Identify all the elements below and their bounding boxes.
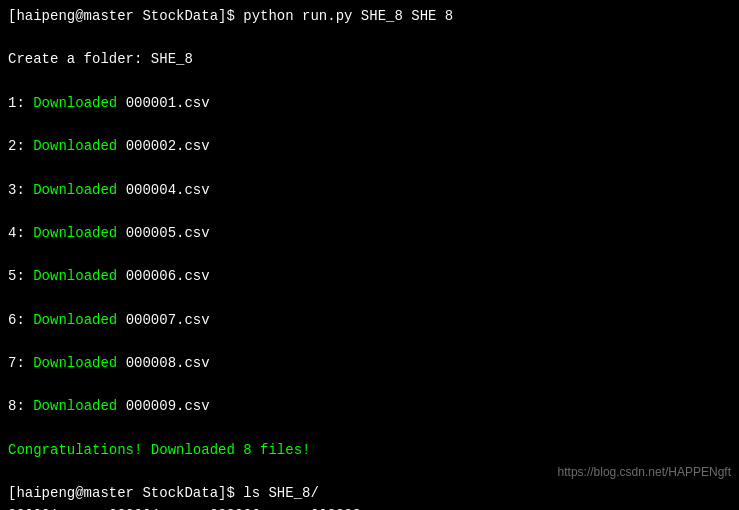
line-blank-2 [8, 71, 731, 93]
line-0: [haipeng@master StockData]$ python run.p… [8, 6, 731, 28]
line-download-6: 6: Downloaded 000007.csv [8, 310, 731, 332]
line-blank-4 [8, 158, 731, 180]
line-blank-11 [8, 461, 731, 483]
line-blank-8 [8, 331, 731, 353]
line-download-5: 5: Downloaded 000006.csv [8, 266, 731, 288]
line-blank-9 [8, 375, 731, 397]
line-congratulations: Congratulations! Downloaded 8 files! [8, 440, 731, 462]
line-download-2: 2: Downloaded 000002.csv [8, 136, 731, 158]
line-download-8: 8: Downloaded 000009.csv [8, 396, 731, 418]
line-ls-command: [haipeng@master StockData]$ ls SHE_8/ [8, 483, 731, 505]
line-blank-6 [8, 245, 731, 267]
line-ls-result-1: 000001.csv 000004.csv 000006.csv 000008.… [8, 505, 731, 510]
line-blank-7 [8, 288, 731, 310]
terminal-window: [haipeng@master StockData]$ python run.p… [0, 0, 739, 510]
line-download-3: 3: Downloaded 000004.csv [8, 180, 731, 202]
line-blank-5 [8, 201, 731, 223]
line-download-1: 1: Downloaded 000001.csv [8, 93, 731, 115]
line-download-4: 4: Downloaded 000005.csv [8, 223, 731, 245]
line-blank-1 [8, 28, 731, 50]
line-blank-10 [8, 418, 731, 440]
line-download-7: 7: Downloaded 000008.csv [8, 353, 731, 375]
line-blank-3 [8, 114, 731, 136]
line-create-folder: Create a folder: SHE_8 [8, 49, 731, 71]
